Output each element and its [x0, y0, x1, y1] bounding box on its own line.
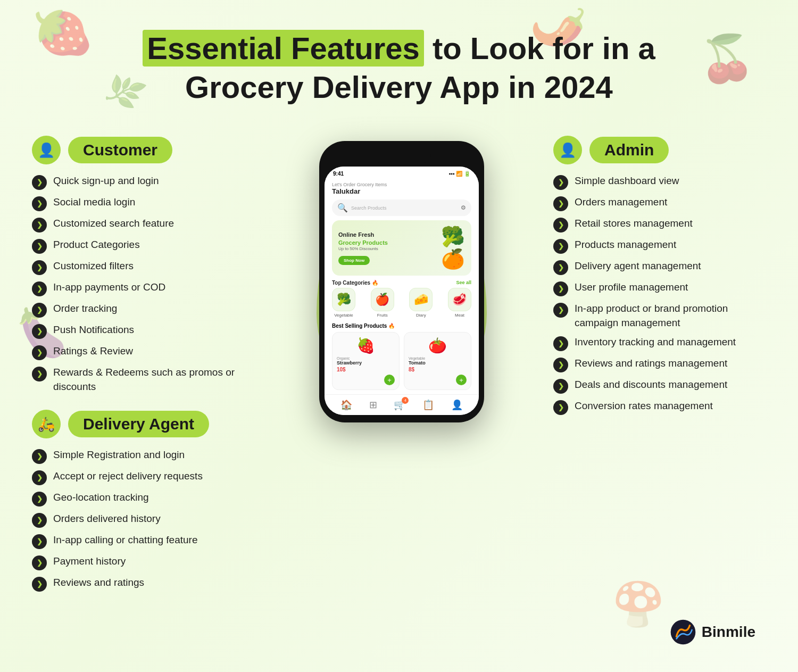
categories-title: Top Categories 🔥: [332, 280, 378, 286]
list-item: Products management: [553, 238, 766, 254]
delivery-agent-label: Delivery Agent: [68, 411, 209, 437]
list-item: Retail stores management: [553, 217, 766, 233]
search-placeholder-text: Search Products: [351, 205, 458, 211]
list-item: Ratings & Review: [32, 344, 250, 360]
phone-search-bar[interactable]: 🔍 Search Products ⚙: [332, 200, 471, 216]
bullet-icon: [553, 175, 568, 190]
list-item: Product Categories: [32, 238, 250, 254]
cart-badge: 4: [402, 397, 409, 404]
customer-icon: 👤: [32, 136, 61, 164]
list-item: User profile management: [553, 280, 766, 296]
product-price: 10$: [337, 367, 395, 372]
list-item: Reviews and ratings: [32, 576, 250, 592]
list-item: Customized search feature: [32, 217, 250, 233]
customer-section-header: 👤 Customer: [32, 136, 250, 164]
best-selling-title: Best Selling Products 🔥: [332, 323, 471, 329]
bullet-icon: [553, 218, 568, 233]
list-item: Simple dashboard view: [553, 174, 766, 190]
phone-mockup: 9:41 ▪▪▪ 📶 🔋 Let's Order Grocery Items T…: [311, 141, 492, 422]
binmile-icon: [670, 619, 696, 645]
list-item: Simple Registration and login: [32, 448, 250, 464]
bullet-icon: [32, 555, 47, 570]
binmile-name: Binmile: [702, 624, 755, 641]
bullet-icon: [553, 336, 568, 351]
binmile-logo: Binmile: [670, 619, 755, 645]
category-label: Fruits: [377, 313, 388, 318]
center-column: 9:41 ▪▪▪ 📶 🔋 Let's Order Grocery Items T…: [261, 136, 543, 422]
product-image: 🍓: [337, 337, 395, 354]
nav-cart[interactable]: 🛒 4: [394, 399, 405, 411]
product-card-strawberry[interactable]: 🍓 Organic Strawberry 10$ +: [332, 332, 400, 390]
shop-now-button[interactable]: Shop Now: [338, 256, 370, 265]
category-label: Diary: [416, 313, 426, 318]
list-item: Rewards & Redeems such as promos or disc…: [32, 366, 250, 394]
phone-status-bar: 9:41 ▪▪▪ 📶 🔋: [325, 167, 479, 179]
admin-section-header: 👤 Admin: [553, 136, 766, 164]
bullet-icon: [32, 367, 47, 381]
nav-home[interactable]: 🏠: [340, 399, 352, 411]
status-time: 9:41: [333, 171, 344, 177]
product-category: Vegetable: [409, 356, 467, 360]
left-column: 👤 Customer Quick sign-up and login Socia…: [32, 136, 261, 608]
product-list: 🍓 Organic Strawberry 10$ + 🍅 Vegetable T…: [332, 332, 471, 390]
customer-feature-list: Quick sign-up and login Social media log…: [32, 174, 250, 394]
title-highlight: Essential Features: [143, 30, 424, 67]
category-vegetable[interactable]: 🥦 Vegetable: [332, 288, 355, 318]
bullet-icon: [32, 303, 47, 318]
list-item: Geo-location tracking: [32, 491, 250, 507]
bullet-icon: [553, 196, 568, 211]
customer-label: Customer: [68, 137, 172, 163]
bullet-icon: [32, 175, 47, 190]
phone-greeting: Let's Order Grocery Items: [332, 182, 471, 187]
list-item: Push Notifications: [32, 323, 250, 339]
phone-banner: Online Fresh Grocery Products Up to 50% …: [332, 220, 471, 276]
phone-notch: [372, 148, 431, 163]
banner-content: Online Fresh Grocery Products Up to 50% …: [338, 231, 388, 265]
category-fruits[interactable]: 🍎 Fruits: [371, 288, 394, 318]
bullet-icon: [32, 470, 47, 485]
bullet-icon: [553, 239, 568, 254]
bullet-icon: [32, 218, 47, 233]
page-header: Essential Features to Look for in a Groc…: [0, 0, 798, 125]
bullet-icon: [32, 281, 47, 296]
product-card-tomato[interactable]: 🍅 Vegetable Tomato 8$ +: [404, 332, 471, 390]
admin-icon: 👤: [553, 136, 582, 164]
list-item: Inventory tracking and management: [553, 335, 766, 351]
category-diary[interactable]: 🧀 Diary: [409, 288, 433, 318]
list-item: In-app payments or COD: [32, 280, 250, 296]
category-label: Vegetable: [334, 313, 353, 318]
category-icon: 🥩: [448, 288, 471, 311]
nav-profile[interactable]: 👤: [451, 399, 463, 411]
add-to-cart-button[interactable]: +: [456, 375, 467, 385]
category-meat[interactable]: 🥩 Meat: [448, 288, 471, 318]
category-icon: 🥦: [332, 288, 355, 311]
add-to-cart-button[interactable]: +: [384, 375, 395, 385]
list-item: Accept or reject delivery requests: [32, 469, 250, 485]
product-name: Strawberry: [337, 360, 395, 366]
nav-grid[interactable]: ⊞: [369, 399, 377, 411]
bullet-icon: [32, 324, 47, 339]
list-item: Conversion rates management: [553, 399, 766, 415]
bullet-icon: [32, 239, 47, 254]
status-icons: ▪▪▪ 📶 🔋: [449, 171, 470, 177]
banner-title: Online Fresh Grocery Products: [338, 231, 388, 246]
see-all-link[interactable]: See all: [456, 280, 471, 286]
banner-image: 🥦🍊: [441, 226, 465, 270]
search-icon: 🔍: [337, 203, 348, 213]
phone-categories: 🥦 Vegetable 🍎 Fruits 🧀 Diary 🥩: [325, 288, 479, 323]
nav-orders[interactable]: 📋: [422, 399, 434, 411]
bullet-icon: [32, 449, 47, 464]
bullet-icon: [553, 358, 568, 372]
bullet-icon: [32, 345, 47, 360]
product-image: 🍅: [409, 337, 467, 354]
phone-nav-bar: 🏠 ⊞ 🛒 4 📋 👤: [325, 394, 479, 415]
bullet-icon: [32, 577, 47, 592]
list-item: Quick sign-up and login: [32, 174, 250, 190]
banner-subtitle: Up to 50% Discounts: [338, 246, 388, 251]
list-item: Deals and discounts management: [553, 378, 766, 394]
admin-label: Admin: [589, 137, 669, 163]
bullet-icon: [32, 513, 47, 528]
product-name: Tomato: [409, 360, 467, 366]
list-item: Social media login: [32, 195, 250, 211]
phone-app-header: Let's Order Grocery Items Talukdar: [325, 179, 479, 200]
